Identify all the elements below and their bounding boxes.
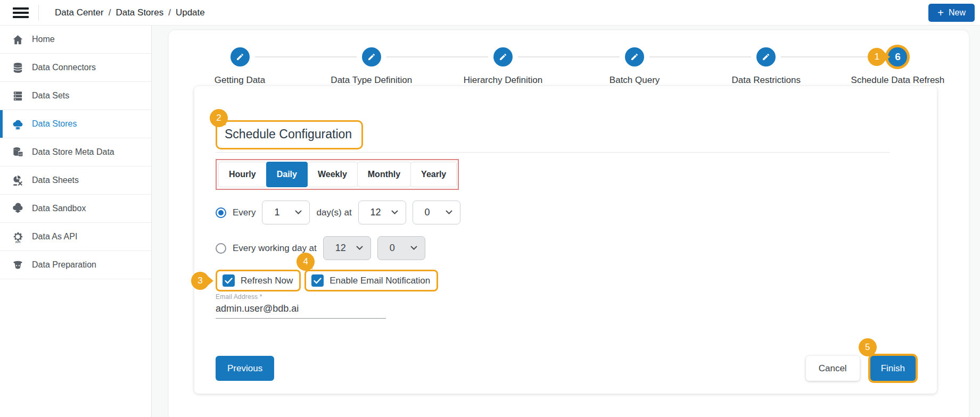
step-circle (362, 47, 381, 66)
enable-email-outline: 4 Enable Email Notification (304, 270, 438, 291)
topbar-divider (38, 5, 39, 21)
minute-select[interactable]: 0 (413, 201, 460, 224)
sidebar-item-label: Data Sandbox (32, 204, 86, 213)
sidebar-item-data-stores[interactable]: Data Stores (0, 110, 151, 138)
annotation-balloon-5: 5 (859, 338, 877, 356)
days-at-label: day(s) at (316, 207, 351, 218)
step-batch-query[interactable]: Batch Query (569, 47, 701, 86)
wizard-stepper: Getting Data Data Type Definition Hierar… (169, 30, 969, 86)
email-field-label: Email Address * (216, 293, 386, 301)
breadcrumb: Data Center / Data Stores / Update (55, 7, 205, 18)
main-panel: Getting Data Data Type Definition Hierar… (169, 30, 969, 417)
sidebar-item-label: Data Sheets (32, 176, 79, 185)
right-actions: Cancel 5 Finish (806, 356, 916, 381)
database-icon (12, 62, 24, 74)
working-hour-select[interactable]: 12 (323, 236, 371, 260)
server-stack-icon (12, 90, 24, 102)
enable-email-checkbox[interactable] (311, 274, 324, 287)
new-button[interactable]: + New (928, 4, 975, 22)
cloud-sandbox-icon (12, 203, 24, 215)
sidebar-item-data-preparation[interactable]: Data Preparation (0, 251, 151, 279)
select-value: 1 (274, 207, 279, 218)
every-working-day-row: Every working day at 12 0 (216, 236, 916, 260)
new-button-label: New (949, 8, 966, 18)
previous-button[interactable]: Previous (216, 356, 274, 381)
sidebar-item-data-sets[interactable]: Data Sets (0, 82, 151, 110)
database-code-icon: </> (12, 146, 24, 159)
page-title: Schedule Configuration (225, 127, 352, 141)
select-value: 12 (335, 243, 346, 254)
step-circle (230, 47, 250, 66)
annotation-balloon-3: 3 (191, 272, 209, 290)
pie-shuffle-icon (12, 174, 24, 187)
sidebar-item-data-sheets[interactable]: Data Sheets (0, 166, 151, 195)
breadcrumb-separator: / (168, 7, 171, 18)
step-number: 6 (895, 51, 901, 63)
refresh-now-label: Refresh Now (241, 276, 293, 286)
pencil-icon (367, 53, 376, 61)
tab-weekly[interactable]: Weekly (307, 162, 358, 187)
working-minute-select[interactable]: 0 (377, 236, 425, 260)
tab-monthly[interactable]: Monthly (357, 162, 411, 187)
finish-wrap: 5 Finish (870, 356, 916, 381)
sidebar-item-label: Home (32, 35, 55, 44)
step-getting-data[interactable]: Getting Data (174, 47, 306, 86)
sidebar-item-label: Data Preparation (32, 260, 96, 270)
pencil-icon (762, 53, 770, 61)
step-label: Hierarchy Definition (464, 75, 542, 86)
sidebar: Home Data Connectors Data Sets Data Stor… (0, 26, 152, 417)
schedule-configuration-heading-box: Schedule Configuration 2 (216, 120, 363, 149)
working-day-label: Every working day at (233, 243, 317, 254)
step-label: Getting Data (215, 75, 265, 86)
every-day-radio[interactable] (216, 207, 226, 218)
day-count-select[interactable]: 1 (262, 201, 310, 224)
sidebar-item-data-as-api[interactable]: API Data As API (0, 223, 151, 251)
finish-button[interactable]: Finish (870, 356, 916, 381)
chevron-down-icon (446, 210, 452, 215)
every-label: Every (233, 207, 256, 218)
tab-hourly[interactable]: Hourly (218, 162, 267, 187)
schedule-form-card: Schedule Configuration 2 Hourly Daily We… (194, 86, 937, 394)
select-value: 0 (425, 207, 430, 218)
step-hierarchy-definition[interactable]: Hierarchy Definition (437, 47, 569, 86)
working-day-radio[interactable] (216, 243, 226, 254)
sidebar-item-label: Data Connectors (32, 63, 96, 72)
top-bar: Data Center / Data Stores / Update + New (0, 0, 980, 26)
svg-text:API: API (15, 240, 21, 243)
chevron-down-icon (410, 246, 417, 251)
sidebar-item-data-connectors[interactable]: Data Connectors (0, 54, 151, 82)
email-input[interactable] (216, 301, 386, 319)
refresh-now-outline: Refresh Now (216, 270, 301, 291)
breadcrumb-item-data-stores[interactable]: Data Stores (116, 7, 163, 18)
funnel-bowl-icon (12, 259, 24, 271)
chevron-down-icon (295, 210, 302, 215)
sidebar-item-label: Data Store Meta Data (32, 147, 114, 157)
email-field: Email Address * (216, 293, 386, 319)
tab-yearly[interactable]: Yearly (410, 162, 457, 187)
enable-email-label: Enable Email Notification (330, 276, 430, 286)
sidebar-item-data-sandbox[interactable]: Data Sandbox (0, 195, 151, 223)
step-label: Data Restrictions (732, 75, 801, 86)
step-schedule-data-refresh[interactable]: 6 1 Schedule Data Refresh (832, 47, 963, 86)
tab-daily[interactable]: Daily (266, 162, 308, 187)
step-data-type-definition[interactable]: Data Type Definition (306, 47, 437, 86)
step-circle (625, 47, 644, 66)
chevron-down-icon (356, 246, 363, 251)
select-value: 12 (370, 207, 381, 218)
step-label: Batch Query (610, 75, 660, 86)
step-circle: 6 1 (888, 47, 907, 66)
breadcrumb-item-update: Update (176, 7, 205, 18)
pencil-icon (630, 53, 639, 61)
sidebar-item-home[interactable]: Home (0, 26, 151, 54)
frequency-tabs: Hourly Daily Weekly Monthly Yearly (218, 162, 456, 187)
refresh-now-checkbox[interactable] (223, 274, 235, 287)
hour-select[interactable]: 12 (358, 201, 406, 224)
menu-icon[interactable] (13, 7, 29, 18)
pencil-icon (236, 53, 244, 61)
breadcrumb-item-data-center[interactable]: Data Center (55, 7, 104, 18)
breadcrumb-separator: / (109, 7, 111, 18)
frequency-tabs-outline: Hourly Daily Weekly Monthly Yearly (216, 159, 459, 190)
sidebar-item-data-store-meta-data[interactable]: </> Data Store Meta Data (0, 138, 151, 166)
step-data-restrictions[interactable]: Data Restrictions (701, 47, 832, 86)
cancel-button[interactable]: Cancel (806, 356, 860, 381)
